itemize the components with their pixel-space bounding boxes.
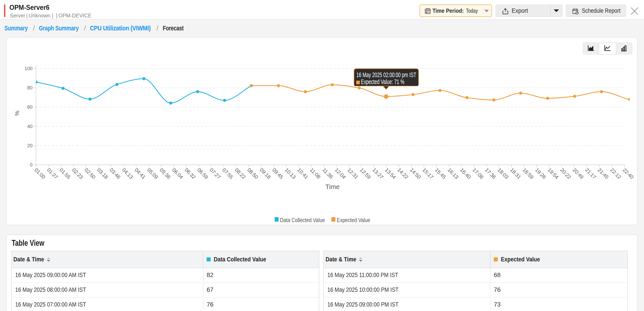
svg-text:100: 100 (24, 65, 33, 71)
svg-text:18:31: 18:31 (509, 167, 522, 180)
svg-text:16:13: 16:13 (446, 167, 460, 180)
svg-text:15:45: 15:45 (434, 167, 447, 180)
svg-text:06:04: 06:04 (171, 167, 184, 180)
svg-text:05:09: 05:09 (146, 167, 159, 180)
svg-text:16 May 2025 02:00:00 pm IST: 16 May 2025 02:00:00 pm IST (356, 71, 416, 78)
svg-text:60: 60 (27, 104, 33, 109)
svg-text:17:36: 17:36 (484, 167, 497, 180)
svg-text:16:40: 16:40 (459, 167, 472, 180)
svg-text:Expected Value: 71 %: Expected Value: 71 % (361, 78, 404, 85)
svg-text:13:54: 13:54 (384, 167, 397, 180)
svg-text:17:08: 17:08 (471, 167, 484, 180)
svg-text:12:31: 12:31 (346, 167, 360, 180)
svg-text:04:41: 04:41 (134, 167, 147, 180)
svg-text:20:49: 20:49 (572, 167, 585, 180)
svg-text:14:22: 14:22 (396, 167, 410, 180)
svg-text:19:26: 19:26 (534, 167, 547, 180)
svg-text:11:36: 11:36 (321, 167, 334, 180)
svg-text:12:04: 12:04 (334, 167, 347, 180)
svg-text:10:41: 10:41 (296, 167, 310, 180)
svg-text:01:27: 01:27 (46, 167, 59, 180)
svg-text:02:50: 02:50 (84, 167, 96, 180)
svg-text:09:45: 09:45 (271, 167, 284, 180)
svg-text:01:00: 01:00 (33, 167, 46, 180)
svg-text:18:03: 18:03 (496, 167, 510, 180)
svg-text:21:17: 21:17 (584, 167, 597, 180)
svg-text:04:13: 04:13 (121, 167, 134, 180)
svg-text:14:50: 14:50 (409, 167, 422, 180)
svg-text:18:59: 18:59 (522, 167, 535, 180)
svg-text:03:46: 03:46 (108, 167, 122, 180)
svg-text:06:59: 06:59 (196, 167, 209, 180)
svg-text:22:40: 22:40 (622, 167, 635, 180)
svg-text:08:22: 08:22 (234, 167, 247, 180)
svg-text:07:27: 07:27 (209, 167, 222, 180)
svg-text:02:23: 02:23 (71, 167, 84, 180)
svg-text:20: 20 (27, 143, 33, 148)
svg-text:%: % (14, 110, 20, 115)
svg-text:03:18: 03:18 (96, 167, 109, 180)
svg-text:21:45: 21:45 (596, 167, 610, 180)
svg-text:20:22: 20:22 (559, 167, 572, 180)
svg-text:40: 40 (27, 123, 33, 129)
svg-text:06:32: 06:32 (184, 167, 197, 180)
svg-text:09:18: 09:18 (259, 167, 272, 180)
svg-text:01:55: 01:55 (58, 167, 72, 180)
svg-text:0: 0 (30, 162, 33, 167)
svg-text:13:27: 13:27 (372, 167, 384, 180)
svg-text:80: 80 (27, 85, 33, 90)
svg-text:19:54: 19:54 (546, 167, 560, 180)
svg-text:10:13: 10:13 (284, 167, 297, 180)
svg-text:15:17: 15:17 (421, 167, 434, 180)
svg-text:11:08: 11:08 (309, 167, 322, 180)
svg-text:12:59: 12:59 (359, 167, 372, 180)
svg-text:22:12: 22:12 (609, 167, 622, 180)
svg-text:07:55: 07:55 (221, 167, 234, 180)
svg-text:08:50: 08:50 (246, 167, 260, 180)
svg-text:05:36: 05:36 (158, 167, 172, 180)
